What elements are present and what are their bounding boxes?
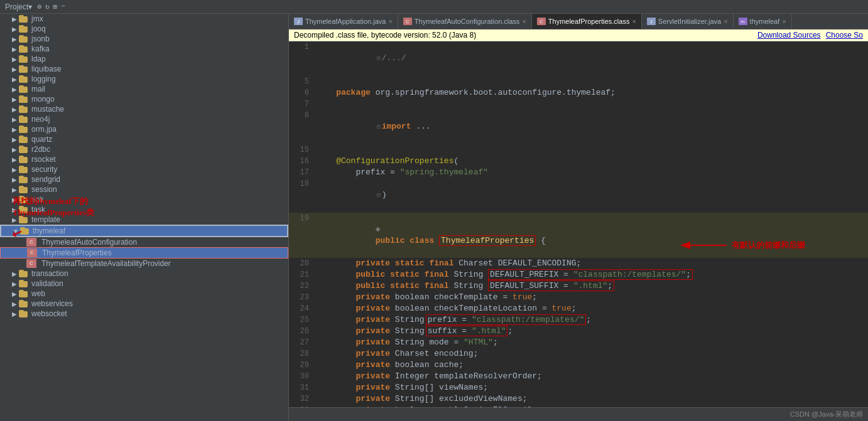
- label-task: task: [31, 205, 45, 214]
- tab-label-thymeleafproperties: ThymeleafProperties.class: [548, 18, 630, 25]
- arrow-jooq: ▶: [10, 26, 19, 33]
- label-sendgrid: sendgrid: [31, 175, 60, 184]
- label-web: web: [31, 289, 45, 298]
- sidebar-item-validation[interactable]: ▶ validation: [0, 279, 288, 289]
- label-neo4j: neo4j: [31, 115, 50, 124]
- sidebar-item-mongo[interactable]: ▶ mongo: [0, 94, 288, 104]
- collapse-icon[interactable]: −: [61, 3, 65, 11]
- label-mustache: mustache: [31, 105, 64, 114]
- folder-icon-websocket: [19, 310, 29, 317]
- sidebar-item-web[interactable]: ▶ web: [0, 289, 288, 299]
- tab-servletinitializer[interactable]: J ServletInitializer.java ×: [642, 14, 734, 29]
- line-num-23: 23: [289, 292, 314, 303]
- tab-thymeleafautoconfig[interactable]: C ThymeleafAutoConfiguration.class ×: [398, 14, 532, 29]
- folder-icon-jooq: [19, 25, 29, 33]
- info-bar: Decompiled .class file, bytecode version…: [289, 29, 868, 41]
- sidebar-item-jmx[interactable]: ▶ jmx: [0, 14, 288, 24]
- sidebar-item-mustache[interactable]: ▶ mustache: [0, 104, 288, 114]
- label-jmx: jmx: [31, 14, 43, 23]
- class-name-highlight: ThymeleafProperties: [439, 235, 536, 246]
- arrow-logging: ▶: [10, 76, 19, 83]
- line-num-19: 19: [289, 213, 314, 224]
- sidebar-item-neo4j[interactable]: ▶ neo4j: [0, 114, 288, 124]
- sidebar-item-jsonb[interactable]: ▶ jsonb: [0, 34, 288, 44]
- sidebar-item-mail[interactable]: ▶ mail: [0, 84, 288, 94]
- bottom-bar: CSDN @Java-呆萌老师: [289, 407, 868, 421]
- sidebar-item-r2dbc[interactable]: ▶ r2dbc: [0, 144, 288, 154]
- line-content-7: [314, 99, 868, 110]
- line-num-7: 7: [289, 99, 314, 110]
- line-num-8: 8: [289, 110, 314, 121]
- info-bar-message: Decompiled .class file, bytecode version…: [294, 31, 476, 40]
- fold-btn-1[interactable]: ⊟: [376, 55, 382, 62]
- refresh-icon[interactable]: ↻: [45, 3, 50, 11]
- tab-close-2[interactable]: ×: [522, 18, 526, 25]
- top-bar-icons: ⚙ ↻ ⊞ −: [37, 3, 65, 11]
- line-num-21: 21: [289, 269, 314, 280]
- sidebar-item-liquibase[interactable]: ▶ liquibase: [0, 64, 288, 74]
- line-content-32: private String[] excludedViewNames;: [314, 393, 868, 405]
- choose-link[interactable]: Choose So: [826, 31, 863, 40]
- sidebar-item-websocket[interactable]: ▶ websocket: [0, 309, 288, 319]
- tab-thymeleaf-m[interactable]: m thymeleaf ×: [734, 14, 792, 29]
- settings-icon[interactable]: ⚙: [37, 3, 41, 11]
- label-security: security: [31, 165, 57, 174]
- sidebar-item-kafka[interactable]: ▶ kafka: [0, 44, 288, 54]
- tab-icon-m: m: [739, 18, 747, 25]
- sidebar-item-session[interactable]: ▶ session: [0, 184, 288, 195]
- fold-btn-18[interactable]: ⊟: [376, 192, 382, 199]
- line-num-28: 28: [289, 348, 314, 360]
- sidebar-item-thymeleaf-provider[interactable]: C ThymeleafTemplateAvailabilityProvider: [0, 258, 288, 269]
- code-line-21: 21 public static final String DEFAULT_PR…: [289, 269, 868, 280]
- sidebar-item-thymeleaf[interactable]: ▼ thymeleaf: [0, 225, 288, 237]
- download-sources-link[interactable]: Download Sources: [757, 31, 821, 40]
- sidebar-item-task[interactable]: ▶ task: [0, 205, 288, 215]
- code-line-1: 1 ⊟/.../: [289, 41, 868, 76]
- info-bar-links: Download Sources Choose So: [757, 31, 863, 40]
- sidebar-item-sendgrid[interactable]: ▶ sendgrid: [0, 174, 288, 184]
- line-num-1: 1: [289, 41, 314, 53]
- arrow-transaction: ▶: [10, 270, 19, 277]
- sidebar-item-security[interactable]: ▶ security: [0, 164, 288, 174]
- folder-icon-webservices: [19, 300, 29, 307]
- line-content-24: private boolean checkTemplateLocation = …: [314, 303, 868, 314]
- sidebar-item-transaction[interactable]: ▶ transaction: [0, 269, 288, 279]
- bookmark-icon-19: ◈: [376, 225, 381, 234]
- sidebar-item-template[interactable]: ▶ template: [0, 215, 288, 225]
- main-container: Project ▾ ⚙ ↻ ⊞ − ▶ jmx ▶ jooq ▶: [0, 0, 868, 421]
- tab-close-3[interactable]: ×: [632, 18, 636, 25]
- sidebar-item-jooq[interactable]: ▶ jooq: [0, 24, 288, 34]
- project-dropdown-arrow[interactable]: ▾: [28, 3, 32, 11]
- tab-thymeleafapplication[interactable]: J ThymeleafApplication.java ×: [289, 14, 398, 29]
- code-line-20: 20 private static final Charset DEFAULT_…: [289, 258, 868, 269]
- fold-btn-8[interactable]: ⊟: [376, 124, 382, 131]
- line-content-18: ⊟): [314, 178, 868, 213]
- folder-icon-jsonb: [19, 35, 29, 43]
- folder-icon-validation: [19, 280, 29, 287]
- tab-thymeleafproperties[interactable]: C ThymeleafProperties.class ×: [532, 14, 642, 29]
- line-num-15: 15: [289, 144, 314, 156]
- line-content-20: private static final Charset DEFAULT_ENC…: [314, 258, 868, 269]
- label-solr: solr: [31, 195, 43, 204]
- label-ormjpa: orm.jpa: [31, 125, 57, 134]
- sidebar-item-ldap[interactable]: ▶ ldap: [0, 54, 288, 64]
- sidebar-item-thymeleaf-props[interactable]: C ThymeleafProperties: [0, 247, 288, 258]
- sidebar-item-quartz[interactable]: ▶ quartz: [0, 134, 288, 144]
- code-line-27: 27 private String mode = "HTML";: [289, 337, 868, 348]
- line-content-33: private boolean enableSpringElCompiler;: [314, 405, 868, 407]
- expand-icon[interactable]: ⊞: [53, 3, 58, 11]
- folder-icon-template: [19, 216, 29, 223]
- tab-close-5[interactable]: ×: [782, 18, 786, 25]
- sidebar-item-webservices[interactable]: ▶ webservices: [0, 299, 288, 309]
- sidebar-item-ormjpa[interactable]: ▶ orm.jpa: [0, 124, 288, 134]
- sidebar-item-logging[interactable]: ▶ logging: [0, 74, 288, 84]
- folder-icon-r2dbc: [19, 146, 29, 153]
- tab-close-1[interactable]: ×: [388, 18, 392, 25]
- sidebar-item-solr[interactable]: ▶ solr: [0, 195, 288, 205]
- line-num-26: 26: [289, 326, 314, 337]
- sidebar-item-rsocket[interactable]: ▶ rsocket: [0, 154, 288, 164]
- watermark: CSDN @Java-呆萌老师: [790, 410, 863, 419]
- sidebar-item-thymeleaf-autoconfig[interactable]: C ThymeleafAutoConfiguration: [0, 237, 288, 247]
- tab-close-4[interactable]: ×: [724, 18, 727, 25]
- label-thymeleaf-autoconfig: ThymeleafAutoConfiguration: [41, 238, 137, 247]
